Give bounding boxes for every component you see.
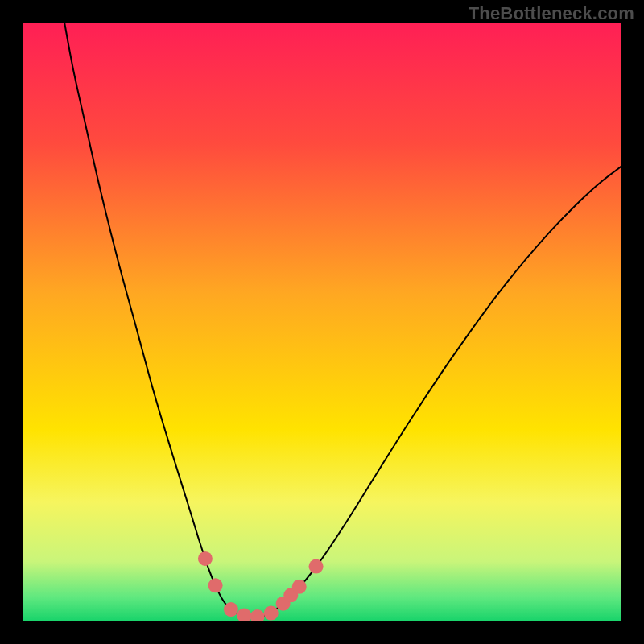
data-marker — [224, 602, 238, 617]
gradient-background — [23, 23, 621, 621]
chart-svg — [23, 23, 621, 621]
watermark-text: TheBottleneck.com — [469, 3, 634, 24]
plot-area — [23, 23, 621, 621]
data-marker — [292, 580, 307, 594]
chart-frame: TheBottleneck.com — [0, 0, 644, 644]
data-marker — [309, 559, 324, 574]
data-marker — [264, 606, 279, 621]
data-marker — [208, 578, 223, 592]
data-marker — [198, 551, 213, 566]
